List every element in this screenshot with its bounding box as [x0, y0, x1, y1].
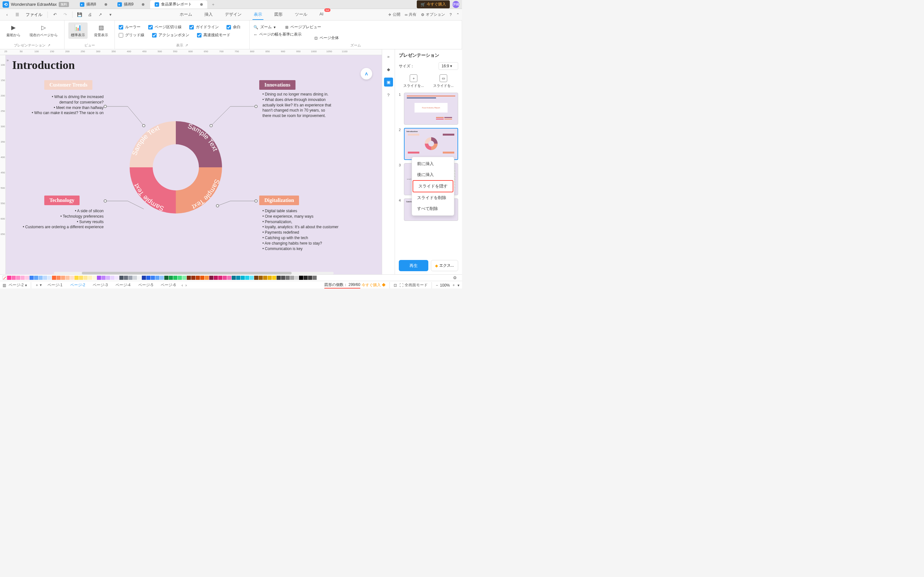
ctx-delete-all[interactable]: すべて削除: [412, 203, 454, 214]
color-swatch[interactable]: [227, 276, 231, 280]
slide-canvas[interactable]: Introduction Λ Customer Trends • What is…: [6, 55, 382, 274]
rail-theme-icon[interactable]: ◆: [384, 65, 393, 74]
color-swatch[interactable]: [312, 276, 317, 280]
color-swatch[interactable]: [272, 276, 276, 280]
page-tab[interactable]: ページ-2: [67, 281, 89, 288]
add-page[interactable]: ＋ ▾: [35, 282, 42, 288]
slide-title[interactable]: Introduction: [12, 58, 75, 72]
color-swatch[interactable]: [29, 276, 34, 280]
menu-ai[interactable]: AIhot: [318, 10, 325, 20]
color-swatch[interactable]: [182, 276, 186, 280]
color-swatch[interactable]: [97, 276, 101, 280]
publish-button[interactable]: ✈ 公開: [388, 12, 401, 17]
donut-chart[interactable]: Sample Text Sample Text Sample Text Samp…: [124, 116, 227, 219]
fit-width[interactable]: ↔ ページの幅を基準に表示: [254, 32, 458, 37]
background-view[interactable]: ▨背景表示: [91, 23, 111, 39]
color-swatch[interactable]: [47, 276, 52, 280]
color-swatch[interactable]: [43, 276, 47, 280]
color-swatch[interactable]: [263, 276, 267, 280]
color-swatch[interactable]: [137, 276, 142, 280]
color-swatch[interactable]: [169, 276, 173, 280]
color-swatch[interactable]: [34, 276, 38, 280]
page-tab[interactable]: ページ-5: [135, 281, 157, 288]
color-swatch[interactable]: [25, 276, 29, 280]
menu-design[interactable]: デザイン: [224, 10, 243, 20]
color-swatch[interactable]: [290, 276, 294, 280]
color-swatch[interactable]: [92, 276, 97, 280]
ctx-delete-slide[interactable]: スライドを削除: [412, 192, 454, 203]
color-swatch[interactable]: [39, 276, 43, 280]
slide-thumb-2[interactable]: Introduction: [404, 128, 458, 160]
present-from-current[interactable]: ▷現在のページから: [27, 23, 60, 39]
page-tab[interactable]: ページ-3: [89, 281, 111, 288]
color-swatch[interactable]: [21, 276, 25, 280]
no-fill-swatch[interactable]: [3, 276, 7, 280]
color-swatch[interactable]: [286, 276, 290, 280]
settings-icon[interactable]: ⚙: [451, 274, 459, 282]
expand-icon[interactable]: ↗: [47, 43, 50, 47]
color-swatch[interactable]: [124, 276, 128, 280]
menu-view[interactable]: 表示: [252, 10, 263, 20]
color-swatch[interactable]: [317, 276, 321, 280]
color-swatch[interactable]: [196, 276, 200, 280]
color-swatch[interactable]: [128, 276, 132, 280]
zoom-button[interactable]: 🔍 ズーム ▾: [254, 24, 276, 30]
add-tab-button[interactable]: ＋: [208, 0, 218, 9]
color-swatch[interactable]: [65, 276, 69, 280]
menu-shape[interactable]: 図形: [273, 10, 284, 20]
bullets-technology[interactable]: • A side of silicon • Technology prefere…: [6, 208, 103, 230]
fullscreen-button[interactable]: ⛶ 全画面モード: [399, 282, 428, 288]
page-tab[interactable]: ページ-4: [112, 281, 134, 288]
margin-checkbox[interactable]: 余白: [226, 24, 241, 30]
menu-icon[interactable]: ☰: [13, 10, 22, 19]
doc-tab-2[interactable]: ▸食品業界レポート: [150, 0, 207, 9]
topic-customer-trends[interactable]: Customer Trends: [44, 80, 92, 90]
expand-icon[interactable]: ↗: [185, 43, 188, 47]
topic-digitalization[interactable]: Digitalization: [259, 195, 299, 205]
save-button[interactable]: 💾: [75, 10, 84, 19]
color-swatch[interactable]: [205, 276, 209, 280]
options-button[interactable]: ⚙ オプション: [421, 12, 445, 17]
present-from-start[interactable]: ▶最初から: [4, 23, 23, 39]
zoom-out[interactable]: −: [436, 283, 438, 287]
color-swatch[interactable]: [178, 276, 182, 280]
color-swatch[interactable]: [7, 276, 11, 280]
color-swatch[interactable]: [304, 276, 308, 280]
bullets-innovations[interactable]: • Dining out no longer means dining in. …: [262, 92, 352, 119]
guideline-checkbox[interactable]: ガイドライン: [189, 24, 219, 30]
user-avatar[interactable]: 伊織: [452, 1, 459, 8]
rail-help-icon[interactable]: ?: [384, 90, 393, 99]
bullets-digitalization[interactable]: • Digital table stakes • One experience,…: [262, 208, 359, 251]
menu-insert[interactable]: 挿入: [203, 10, 214, 20]
color-swatch[interactable]: [146, 276, 150, 280]
color-swatch[interactable]: [299, 276, 303, 280]
buy-link[interactable]: 今すぐ購入 ◆: [362, 282, 386, 288]
page-preview[interactable]: ⊞ ページプレビュー: [285, 24, 321, 30]
pagebreak-checkbox[interactable]: ページ区切り線: [148, 24, 182, 30]
color-swatch[interactable]: [70, 276, 74, 280]
color-swatch[interactable]: [102, 276, 105, 280]
color-swatch[interactable]: [308, 276, 312, 280]
slide-thumb-1[interactable]: Food Industry Report: [404, 93, 458, 125]
topic-technology[interactable]: Technology: [44, 195, 79, 205]
color-swatch[interactable]: [61, 276, 65, 280]
canvas-scrollbar-h[interactable]: [54, 272, 334, 274]
ctx-insert-after[interactable]: 後に挿入: [412, 169, 454, 180]
color-swatch[interactable]: [106, 276, 110, 280]
color-swatch[interactable]: [258, 276, 263, 280]
color-swatch[interactable]: [155, 276, 160, 280]
help-button[interactable]: ?: [449, 13, 452, 17]
add-slide-button[interactable]: ＋スライドを...: [403, 74, 424, 88]
color-swatch[interactable]: [142, 276, 146, 280]
color-swatch[interactable]: [164, 276, 168, 280]
prev-page[interactable]: ‹: [182, 283, 183, 287]
back-button[interactable]: ‹: [3, 10, 11, 19]
page-tab[interactable]: ページ-1: [44, 281, 66, 288]
color-swatch[interactable]: [115, 276, 119, 280]
color-swatch[interactable]: [16, 276, 20, 280]
add-slide-button-2[interactable]: ▭スライドを...: [433, 74, 454, 88]
size-select[interactable]: 16:9 ▾: [439, 62, 458, 70]
color-swatch[interactable]: [268, 276, 272, 280]
color-swatch[interactable]: [254, 276, 258, 280]
layout-icon[interactable]: ▥: [3, 283, 6, 287]
